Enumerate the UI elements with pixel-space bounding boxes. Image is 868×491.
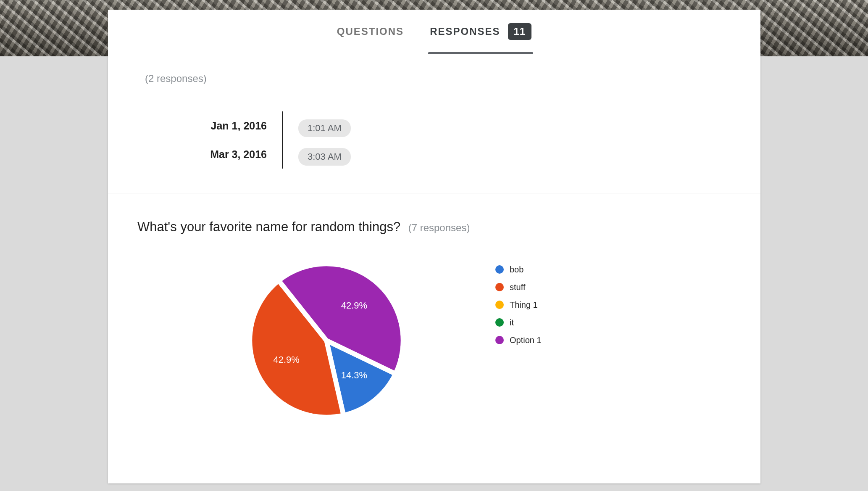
legend-label: Option 1 xyxy=(510,335,542,345)
responses-card: QUESTIONS RESPONSES 11 (2 responses) Jan… xyxy=(108,10,760,483)
tab-responses[interactable]: RESPONSES 11 xyxy=(430,10,531,53)
pie-svg xyxy=(247,261,406,420)
question-title: What's your favorite name for random thi… xyxy=(137,219,400,234)
tab-responses-label: RESPONSES xyxy=(430,26,500,37)
legend-item[interactable]: it xyxy=(495,314,542,331)
tab-questions[interactable]: QUESTIONS xyxy=(337,10,404,53)
legend-item[interactable]: bob xyxy=(495,261,542,278)
responses-count-note: (2 responses) xyxy=(145,73,740,84)
tab-questions-label: QUESTIONS xyxy=(337,26,404,37)
date-labels-col: Jan 1, 2016 Mar 3, 2016 xyxy=(145,111,267,169)
legend-swatch xyxy=(495,318,504,327)
legend-swatch xyxy=(495,336,504,344)
section-pie-chart: What's your favorite name for random thi… xyxy=(108,193,760,437)
legend-swatch xyxy=(495,265,504,274)
vertical-divider xyxy=(282,111,283,169)
question-count-note: (7 responses) xyxy=(408,222,470,233)
legend-label: Thing 1 xyxy=(510,300,538,310)
pie-chart: 14.3%42.9%42.9% xyxy=(247,261,406,420)
date-label: Jan 1, 2016 xyxy=(145,111,267,140)
legend-label: it xyxy=(510,318,514,327)
legend-label: bob xyxy=(510,265,523,275)
legend-item[interactable]: Option 1 xyxy=(495,331,542,349)
legend-item[interactable]: stuff xyxy=(495,278,542,296)
responses-count-badge: 11 xyxy=(508,23,532,40)
time-col: 1:01 AM 3:03 AM xyxy=(298,111,351,169)
date-label: Mar 3, 2016 xyxy=(145,140,267,169)
section-date-responses: (2 responses) Jan 1, 2016 Mar 3, 2016 1:… xyxy=(108,53,760,193)
chart-row: 14.3%42.9%42.9% bobstuffThing 1itOption … xyxy=(137,261,740,420)
legend-swatch xyxy=(495,301,504,309)
question-header: What's your favorite name for random thi… xyxy=(137,219,740,235)
time-chip[interactable]: 3:03 AM xyxy=(298,148,351,166)
date-list: Jan 1, 2016 Mar 3, 2016 1:01 AM 3:03 AM xyxy=(145,111,740,169)
time-chip[interactable]: 1:01 AM xyxy=(298,119,351,137)
tabs: QUESTIONS RESPONSES 11 xyxy=(108,10,760,53)
pie-legend: bobstuffThing 1itOption 1 xyxy=(495,261,542,349)
legend-swatch xyxy=(495,283,504,291)
legend-label: stuff xyxy=(510,282,525,292)
legend-item[interactable]: Thing 1 xyxy=(495,296,542,314)
